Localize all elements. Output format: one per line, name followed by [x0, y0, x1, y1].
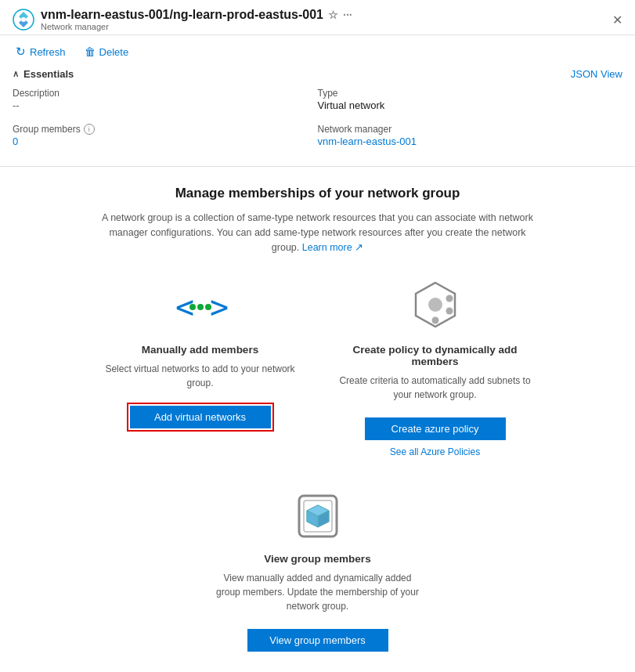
cards-row: < > Manually add members Select virtual …: [31, 280, 604, 457]
svg-point-13: [431, 317, 438, 324]
toolbar: ↻ Refresh 🗑 Delete: [0, 35, 635, 68]
view-group-members-desc: View manually added and dynamically adde…: [216, 571, 420, 613]
svg-point-3: [21, 17, 26, 22]
star-icon[interactable]: ☆: [328, 9, 338, 21]
type-value: Virtual network: [318, 99, 623, 111]
description-field: Description --: [13, 88, 318, 111]
create-azure-policy-label: Create azure policy: [391, 423, 479, 435]
close-button[interactable]: ✕: [612, 13, 622, 27]
svg-text:>: >: [210, 289, 229, 325]
essentials-section: ∧ Essentials JSON View Description -- Gr…: [0, 68, 635, 163]
title-left: vnm-learn-eastus-001/ng-learn-prod-eastu…: [13, 8, 352, 31]
network-manager-label: Network manager: [318, 124, 623, 135]
main-content: Manage memberships of your network group…: [0, 167, 635, 670]
refresh-button[interactable]: ↻ Refresh: [13, 43, 69, 60]
learn-more-link[interactable]: Learn more ↗: [302, 242, 363, 253]
svg-point-7: [197, 304, 204, 310]
view-group-members-card: View group members View manually added a…: [216, 489, 420, 652]
create-policy-card: Create policy to dynamically add members…: [334, 280, 537, 457]
description-value: --: [13, 99, 318, 111]
description-label: Description: [13, 88, 318, 99]
essentials-header: ∧ Essentials JSON View: [13, 68, 622, 80]
refresh-icon: ↻: [16, 45, 26, 59]
type-label: Type: [318, 88, 623, 99]
title-bar: vnm-learn-eastus-001/ng-learn-prod-eastu…: [0, 0, 635, 35]
chevron-up-icon[interactable]: ∧: [13, 69, 19, 79]
group-members-label: Group members: [13, 124, 81, 135]
network-manager-value[interactable]: vnm-learn-eastus-001: [318, 135, 623, 147]
window-subtitle: Network manager: [41, 22, 352, 31]
delete-button[interactable]: 🗑 Delete: [81, 44, 132, 60]
view-group-members-button-label: View group members: [269, 634, 366, 646]
svg-point-8: [205, 304, 211, 310]
view-group-members-icon: [287, 489, 349, 544]
delete-icon: 🗑: [85, 45, 96, 58]
title-actions: ✕: [606, 13, 622, 27]
essentials-label: Essentials: [23, 68, 74, 80]
view-group-members-button[interactable]: View group members: [247, 629, 388, 652]
refresh-label: Refresh: [30, 46, 66, 58]
info-icon[interactable]: i: [84, 124, 95, 135]
create-policy-icon: [404, 280, 467, 334]
svg-point-10: [428, 298, 442, 312]
main-title: Manage memberships of your network group: [175, 186, 460, 201]
title-text: vnm-learn-eastus-001/ng-learn-prod-eastu…: [41, 8, 323, 22]
create-policy-desc: Create criteria to automatically add sub…: [334, 374, 537, 402]
see-all-policies-link[interactable]: See all Azure Policies: [390, 446, 480, 457]
type-field: Type Virtual network: [318, 88, 623, 111]
svg-point-11: [446, 295, 453, 302]
more-icon[interactable]: ···: [343, 9, 352, 21]
essentials-left-col: Description -- Group members i 0: [13, 88, 318, 154]
view-group-members-title: View group members: [264, 553, 370, 565]
manually-add-icon: < >: [169, 280, 232, 334]
title-text-group: vnm-learn-eastus-001/ng-learn-prod-eastu…: [41, 8, 352, 31]
group-members-label-row: Group members i: [13, 124, 318, 135]
json-view-link[interactable]: JSON View: [571, 68, 622, 80]
svg-point-6: [189, 304, 196, 310]
manually-add-title: Manually add members: [142, 344, 258, 356]
essentials-right-col: Type Virtual network Network manager vnm…: [318, 88, 623, 154]
learn-more-label: Learn more: [302, 242, 352, 253]
essentials-grid: Description -- Group members i 0 Type Vi…: [13, 88, 622, 154]
main-description: A network group is a collection of same-…: [99, 211, 537, 255]
manually-add-desc: Select virtual networks to add to your n…: [99, 362, 302, 390]
essentials-title: ∧ Essentials: [13, 68, 74, 80]
svg-point-12: [446, 308, 453, 315]
create-policy-title: Create policy to dynamically add members: [334, 344, 537, 367]
create-azure-policy-button[interactable]: Create azure policy: [365, 417, 506, 440]
network-manager-icon: [13, 9, 34, 31]
manually-add-card: < > Manually add members Select virtual …: [99, 280, 302, 457]
delete-label: Delete: [99, 46, 129, 58]
window-title: vnm-learn-eastus-001/ng-learn-prod-eastu…: [41, 8, 352, 22]
network-manager-field: Network manager vnm-learn-eastus-001: [318, 124, 623, 147]
add-virtual-networks-button[interactable]: Add virtual networks: [130, 406, 271, 428]
add-virtual-networks-label: Add virtual networks: [154, 411, 246, 423]
group-members-field: Group members i 0: [13, 124, 318, 147]
group-members-value[interactable]: 0: [13, 135, 318, 147]
